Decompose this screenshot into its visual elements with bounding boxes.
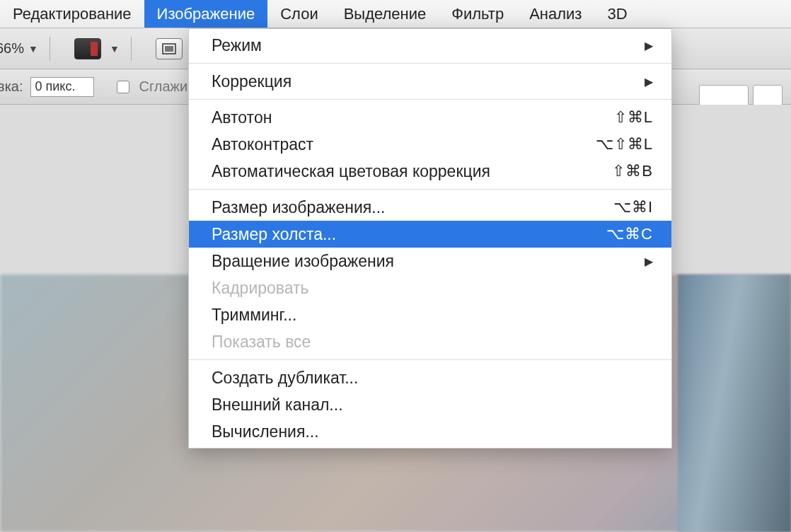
menu-analysis[interactable]: Анализ (516, 0, 594, 28)
submenu-arrow-icon: ▶ (645, 75, 653, 88)
zoom-value: 66% (0, 40, 24, 57)
chevron-down-icon[interactable]: ▼ (110, 43, 120, 54)
menu-item-trim[interactable]: Тримминг... (189, 301, 671, 328)
menu-3d-label: 3D (607, 5, 627, 23)
feather-label: вка: (0, 79, 23, 95)
feather-input[interactable] (30, 77, 94, 97)
menu-item-autotone[interactable]: Автотон ⇧⌘L (189, 104, 671, 131)
menu-image-label: Изображение (157, 5, 255, 23)
toolbar-divider (131, 37, 132, 61)
zoom-control[interactable]: 66% ▼ (0, 40, 38, 57)
menu-select[interactable]: Выделение (331, 0, 439, 28)
menu-filter[interactable]: Фильтр (439, 0, 516, 28)
shortcut-label: ⇧⌘B (612, 162, 653, 180)
menu-item-rotate[interactable]: Вращение изображения ▶ (189, 248, 671, 274)
shortcut-label: ⌥⇧⌘L (596, 135, 653, 154)
image-menu-dropdown: Режим ▶ Коррекция ▶ Автотон ⇧⌘L Автоконт… (188, 28, 672, 449)
menu-item-autocolor[interactable]: Автоматическая цветовая коррекция ⇧⌘B (189, 158, 671, 185)
menu-3d[interactable]: 3D (594, 0, 640, 28)
menu-analysis-label: Анализ (529, 5, 582, 23)
submenu-arrow-icon: ▶ (645, 39, 653, 52)
menu-separator (189, 99, 671, 100)
menu-separator (189, 189, 671, 190)
menu-filter-label: Фильтр (451, 5, 504, 23)
chevron-down-icon: ▼ (28, 43, 38, 54)
menu-item-canvas-size[interactable]: Размер холста... ⌥⌘C (189, 221, 671, 248)
toolbar-divider (50, 37, 50, 61)
menu-item-autocontrast[interactable]: Автоконтраст ⌥⇧⌘L (189, 131, 671, 158)
menu-item-crop: Кадрировать (189, 274, 671, 301)
menu-item-calculations[interactable]: Вычисления... (189, 418, 671, 445)
menu-layers-label: Слои (280, 5, 318, 23)
menu-item-adjustments[interactable]: Коррекция ▶ (189, 68, 671, 95)
menu-item-reveal-all: Показать все (189, 328, 671, 355)
shortcut-label: ⌥⌘C (606, 225, 653, 243)
shortcut-label: ⇧⌘L (614, 108, 653, 127)
menu-edit-label: Редактирование (13, 5, 132, 23)
menu-select-label: Выделение (344, 5, 427, 23)
antialias-checkbox[interactable] (117, 81, 129, 93)
artboard-icon[interactable] (156, 38, 183, 59)
menu-separator (189, 63, 671, 64)
submenu-arrow-icon: ▶ (645, 255, 653, 268)
svg-rect-1 (165, 46, 173, 52)
screen-mode-icon[interactable] (74, 38, 101, 59)
menu-item-duplicate[interactable]: Создать дубликат... (189, 364, 671, 391)
menu-edit[interactable]: Редактирование (0, 0, 144, 28)
menu-layers[interactable]: Слои (267, 0, 331, 28)
menu-item-apply-image[interactable]: Внешний канал... (189, 391, 671, 418)
document-canvas-right (678, 274, 791, 532)
menu-item-image-size[interactable]: Размер изображения... ⌥⌘I (189, 194, 671, 221)
menu-item-mode[interactable]: Режим ▶ (189, 32, 671, 59)
shortcut-label: ⌥⌘I (613, 198, 653, 216)
menu-image[interactable]: Изображение (144, 0, 268, 28)
main-menubar: Редактирование Изображение Слои Выделени… (0, 0, 791, 28)
menu-separator (189, 359, 671, 360)
